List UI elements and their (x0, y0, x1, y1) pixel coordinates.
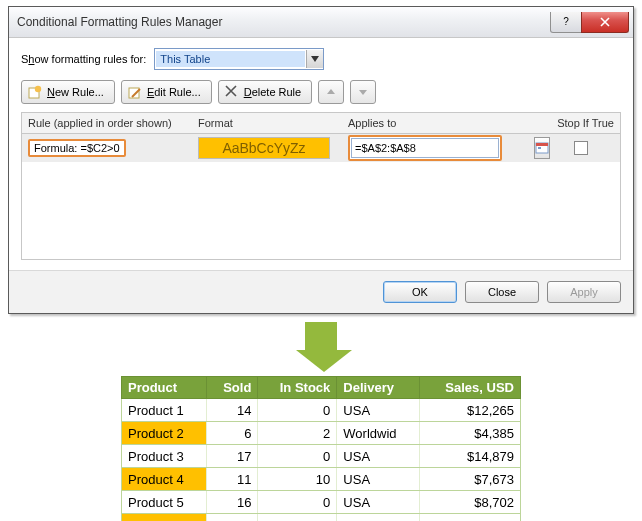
dialog-footer: OK Close Apply (9, 270, 633, 313)
close-button[interactable]: Close (465, 281, 539, 303)
applies-to-highlight (348, 135, 502, 161)
cell-sold[interactable]: 14 (207, 399, 258, 422)
scope-label: Show formatting rules for: (21, 53, 146, 65)
move-up-button[interactable] (318, 80, 344, 104)
cell-delivery[interactable]: USA (337, 399, 419, 422)
rules-header: Rule (applied in order shown) Format App… (21, 112, 621, 134)
col-stock: In Stock (258, 377, 337, 399)
applies-to-input[interactable] (351, 138, 499, 158)
header-stop: Stop If True (542, 113, 620, 133)
cell-sold[interactable]: 11 (207, 468, 258, 491)
svg-rect-2 (129, 88, 139, 98)
edit-rule-icon (128, 85, 142, 99)
close-window-button[interactable] (581, 12, 629, 33)
rule-name-cell: Formula: =$C2>0 (22, 134, 192, 162)
cell-sales[interactable]: $14,879 (419, 445, 520, 468)
cell-product[interactable]: Product 5 (122, 491, 207, 514)
close-icon (600, 17, 610, 27)
header-applies: Applies to (342, 113, 542, 133)
format-preview: AaBbCcYyZz (198, 137, 330, 159)
cell-delivery[interactable]: Worldwid (337, 514, 419, 522)
table-row[interactable]: Product 3170USA$14,879 (122, 445, 521, 468)
table-row[interactable]: Product 1140USA$12,265 (122, 399, 521, 422)
table-row[interactable]: Product 5160USA$8,702 (122, 491, 521, 514)
cell-sales[interactable]: $2,041 (419, 514, 520, 522)
delete-rule-icon (225, 85, 239, 99)
chevron-down-icon (359, 88, 367, 96)
cell-sales[interactable]: $7,673 (419, 468, 520, 491)
stop-if-true-checkbox[interactable] (574, 141, 588, 155)
scope-combobox[interactable]: This Table (154, 48, 324, 70)
rule-format-cell: AaBbCcYyZz (192, 134, 342, 162)
cell-product[interactable]: Product 3 (122, 445, 207, 468)
cell-product[interactable]: Product 1 (122, 399, 207, 422)
cell-product[interactable]: Product 6 (122, 514, 207, 522)
cell-sales[interactable]: $8,702 (419, 491, 520, 514)
chevron-up-icon (327, 88, 335, 96)
cell-delivery[interactable]: Worldwid (337, 422, 419, 445)
rules-toolbar: New Rule... Edit Rule... Delete Rule (21, 80, 621, 104)
cell-sold[interactable]: 16 (207, 491, 258, 514)
table-row[interactable]: Product 6719Worldwid$2,041 (122, 514, 521, 522)
cell-stock[interactable]: 19 (258, 514, 337, 522)
dialog-title: Conditional Formatting Rules Manager (9, 15, 551, 29)
header-format: Format (192, 113, 342, 133)
conditional-formatting-dialog: Conditional Formatting Rules Manager ? S… (8, 6, 634, 314)
col-sold: Sold (207, 377, 258, 399)
cell-stock[interactable]: 0 (258, 445, 337, 468)
svg-point-1 (35, 86, 41, 92)
delete-rule-button[interactable]: Delete Rule (218, 80, 313, 104)
cell-stock[interactable]: 0 (258, 399, 337, 422)
col-sales: Sales, USD (419, 377, 520, 399)
col-delivery: Delivery (337, 377, 419, 399)
cell-sales[interactable]: $4,385 (419, 422, 520, 445)
move-down-button[interactable] (350, 80, 376, 104)
edit-rule-button[interactable]: Edit Rule... (121, 80, 212, 104)
svg-rect-5 (538, 147, 541, 149)
cell-product[interactable]: Product 2 (122, 422, 207, 445)
rule-row[interactable]: Formula: =$C2>0 AaBbCcYyZz (22, 134, 620, 162)
new-rule-icon (28, 85, 42, 99)
ok-button[interactable]: OK (383, 281, 457, 303)
help-button[interactable]: ? (550, 12, 582, 33)
rules-list: Formula: =$C2>0 AaBbCcYyZz (21, 134, 621, 260)
col-product: Product (122, 377, 207, 399)
result-table: Product Sold In Stock Delivery Sales, US… (121, 376, 521, 521)
cell-sold[interactable]: 17 (207, 445, 258, 468)
apply-button: Apply (547, 281, 621, 303)
table-header-row: Product Sold In Stock Delivery Sales, US… (122, 377, 521, 399)
titlebar[interactable]: Conditional Formatting Rules Manager ? (9, 7, 633, 38)
cell-stock[interactable]: 10 (258, 468, 337, 491)
new-rule-button[interactable]: New Rule... (21, 80, 115, 104)
scope-row: Show formatting rules for: This Table (21, 48, 621, 70)
cell-sold[interactable]: 6 (207, 422, 258, 445)
window-buttons: ? (551, 12, 629, 33)
cell-product[interactable]: Product 4 (122, 468, 207, 491)
header-rule: Rule (applied in order shown) (22, 113, 192, 133)
cell-sold[interactable]: 7 (207, 514, 258, 522)
arrow-down-graphic (296, 322, 346, 372)
dialog-body: Show formatting rules for: This Table Ne… (9, 38, 633, 270)
cell-delivery[interactable]: USA (337, 468, 419, 491)
table-row[interactable]: Product 262Worldwid$4,385 (122, 422, 521, 445)
cell-stock[interactable]: 2 (258, 422, 337, 445)
rule-applies-cell (342, 134, 542, 162)
rule-formula: Formula: =$C2>0 (28, 139, 126, 157)
chevron-down-icon (306, 50, 323, 68)
cell-delivery[interactable]: USA (337, 445, 419, 468)
cell-stock[interactable]: 0 (258, 491, 337, 514)
table-row[interactable]: Product 41110USA$7,673 (122, 468, 521, 491)
scope-value: This Table (156, 51, 305, 67)
cell-sales[interactable]: $12,265 (419, 399, 520, 422)
stop-if-true-cell (542, 134, 620, 162)
help-icon: ? (563, 16, 569, 27)
cell-delivery[interactable]: USA (337, 491, 419, 514)
